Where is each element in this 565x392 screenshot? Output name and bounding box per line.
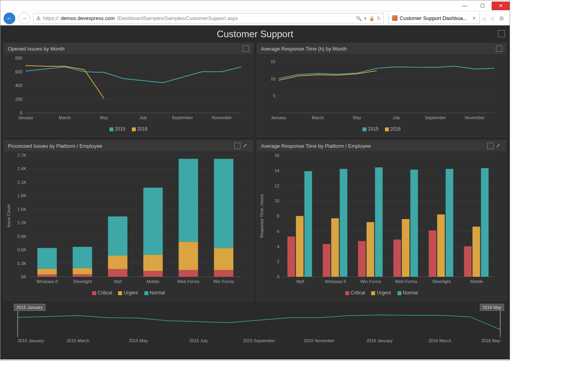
pane-drill-icon[interactable]: ⤢ [496,143,502,149]
url-path: /DashboardSamples/Samples/CustomerSuppor… [117,15,238,21]
export-icon[interactable] [498,30,505,37]
svg-text:May: May [100,115,108,120]
svg-text:10: 10 [275,198,279,203]
tab-favicon [392,15,397,21]
pane-export-icon[interactable] [487,143,494,149]
tab-close-icon[interactable]: ✕ [472,15,476,21]
svg-text:0.6K: 0.6K [17,247,26,252]
svg-rect-70 [179,270,198,277]
svg-text:Web Forms: Web Forms [395,279,417,284]
svg-text:5: 5 [273,93,275,98]
svg-text:Silverlight: Silverlight [432,279,451,284]
pane-title-bar: Average Response Time by Platform / Empl… [257,140,506,151]
svg-rect-104 [304,171,312,277]
url-field[interactable]: ⚠ https:// demos.devexpress.com /Dashboa… [33,13,384,24]
svg-text:1.5K: 1.5K [17,207,26,212]
svg-rect-118 [472,227,480,277]
svg-text:September: September [425,115,446,120]
svg-text:2015 November: 2015 November [304,338,335,343]
svg-text:Windows 8: Windows 8 [36,279,58,284]
maximize-button[interactable]: ☐ [474,2,492,10]
legend-urgent: Urgent [124,290,138,296]
svg-text:6: 6 [277,229,279,234]
chart-avgresp[interactable]: 51015JanuaryMarchMayJulySeptemberNovembe… [257,54,506,136]
back-button[interactable]: ← [4,13,15,24]
chart-opened[interactable]: 0200400600800JanuaryMarchMayJulySeptembe… [4,54,253,136]
svg-rect-119 [481,168,488,277]
svg-rect-103 [296,216,303,277]
chart-avgplat[interactable]: 0246810121416WpfWindows 8Win FormsWeb Fo… [257,151,506,300]
refresh-icon[interactable]: ↻ [377,16,381,21]
legend-normal: Normal [403,290,418,296]
svg-rect-67 [143,271,163,277]
address-bar: ← → ⚠ https:// demos.devexpress.com /Das… [0,11,510,25]
pane-export-icon[interactable] [243,45,249,52]
svg-text:2.1K: 2.1K [17,180,26,185]
svg-text:2015 September: 2015 September [243,338,275,343]
url-protocol: https:// [43,15,58,21]
svg-text:0: 0 [20,111,22,115]
minimize-button[interactable]: — [456,2,474,10]
legend-critical: Critical [98,290,112,296]
pane-avg-platform: Average Response Time by Platform / Empl… [257,140,507,301]
svg-text:July: July [392,115,400,120]
svg-text:600: 600 [15,69,22,74]
favorites-icon[interactable]: ☆ [490,15,495,22]
svg-rect-58 [37,274,57,277]
svg-text:Issue Count: Issue Count [6,205,11,228]
pane-title-bar: Processed Issues by Platform / Employee … [4,140,253,151]
browser-tab[interactable]: Customer Support Dashboa... ✕ [388,13,480,24]
svg-text:March: March [59,115,71,120]
pane-title-text: Opened Issues by Month [8,46,65,52]
legend-critical: Critical [351,290,365,296]
svg-text:1.8K: 1.8K [17,193,26,198]
svg-text:0.3K: 0.3K [17,261,26,266]
pane-processed-issues: Processed Issues by Platform / Employee … [4,140,253,301]
legend-2015: 2015 [368,126,379,132]
pane-export-icon[interactable] [234,143,241,149]
svg-text:November: November [212,115,232,120]
svg-rect-105 [323,244,330,277]
svg-text:January: January [271,115,286,120]
svg-text:2015 January: 2015 January [18,338,44,343]
search-icon[interactable]: 🔍 [356,16,362,21]
svg-text:Win Forms: Win Forms [213,279,234,284]
svg-rect-106 [331,218,339,277]
svg-rect-61 [73,274,92,277]
tab-title: Customer Support Dashboa... [400,15,467,21]
forward-button[interactable]: → [18,13,30,24]
svg-text:Wpf: Wpf [114,279,122,284]
url-action-icons: 🔍 ▾ 🔒 ↻ [356,16,381,21]
svg-rect-73 [214,270,233,277]
dashboard: Customer Support Opened Issues by Month … [0,25,510,359]
svg-rect-68 [143,255,163,271]
svg-rect-117 [464,247,472,277]
svg-text:0: 0 [277,274,279,279]
ssl-icon: ⚠ [36,15,41,21]
svg-rect-60 [37,248,57,269]
home-icon[interactable]: ⌂ [483,15,486,22]
close-button[interactable]: ✕ [492,2,510,10]
range-end-label[interactable]: 2016 May [480,304,504,311]
svg-text:10: 10 [271,76,275,81]
svg-text:2015 March: 2015 March [67,338,89,343]
legend-2015: 2015 [115,126,126,132]
svg-rect-64 [108,269,128,277]
pane-export-icon[interactable] [496,45,502,52]
svg-rect-65 [108,256,128,269]
settings-icon[interactable]: ⚙ [499,15,504,22]
svg-text:800: 800 [15,56,22,60]
svg-text:Wpf: Wpf [296,279,304,284]
legend-2016: 2016 [137,126,148,132]
svg-rect-102 [288,236,295,277]
svg-text:4: 4 [277,244,279,249]
pane-drill-icon[interactable]: ⤢ [243,143,249,149]
dashboard-header: Customer Support [2,27,508,41]
range-start-label[interactable]: 2015 January [14,304,46,311]
chart-processed[interactable]: 0K0.3K0.6K0.9K1.2K1.5K1.8K2.1K2.4K2.7KWi… [4,151,253,300]
pane-title-text: Processed Issues by Platform / Employee [8,143,102,149]
legend-sev: Critical Urgent Normal [4,289,253,297]
range-selector[interactable]: 2015 January2015 March2015 May2015 July2… [2,302,508,353]
svg-text:14: 14 [275,168,279,173]
svg-text:1.2K: 1.2K [17,220,26,225]
